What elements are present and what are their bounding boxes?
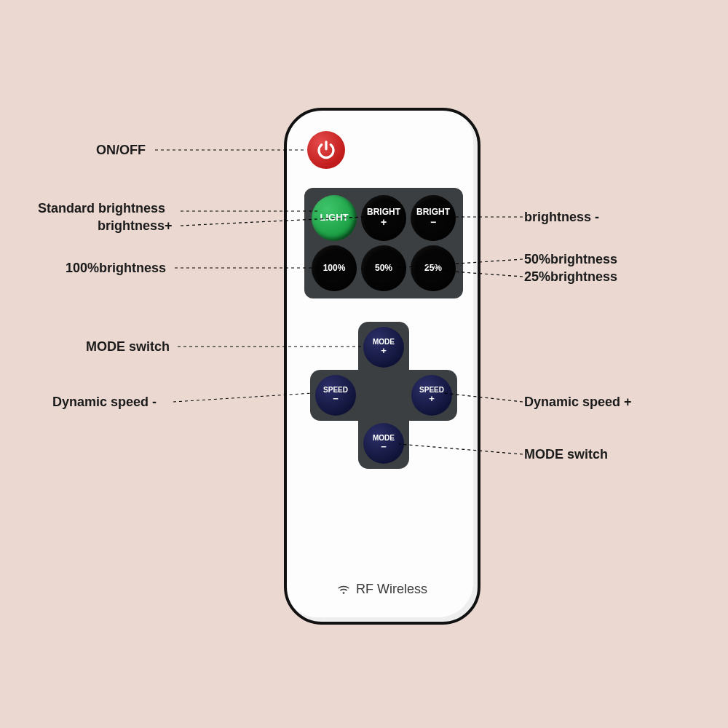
power-button[interactable]: [307, 131, 345, 169]
brightness-25-label: 25%: [424, 264, 442, 273]
speed-minus-button[interactable]: SPEED −: [315, 375, 356, 416]
svg-point-0: [343, 592, 345, 594]
rf-wireless-footer: RF Wireless: [287, 582, 478, 597]
brightness-25-button[interactable]: 25%: [411, 245, 456, 291]
rf-wireless-text: RF Wireless: [356, 582, 427, 597]
bright-minus-symbol: −: [430, 217, 436, 228]
label-brightness-plus: brightness+: [98, 218, 173, 234]
brightness-100-label: 100%: [323, 264, 346, 273]
label-onoff: ON/OFF: [96, 143, 146, 158]
label-100-brightness: 100%brightness: [66, 261, 166, 276]
mode-minus-symbol: −: [381, 442, 387, 452]
label-50-brightness: 50%brightness: [524, 252, 617, 267]
light-button-label: LIGHT: [320, 213, 349, 223]
wifi-icon: [337, 583, 350, 596]
mode-minus-button[interactable]: MODE −: [363, 423, 404, 464]
label-mode-switch-bottom: MODE switch: [524, 447, 608, 462]
brightness-50-label: 50%: [375, 264, 392, 273]
bright-minus-button[interactable]: BRIGHT −: [411, 195, 456, 241]
label-dynamic-speed-plus: Dynamic speed +: [524, 395, 632, 410]
brightness-100-button[interactable]: 100%: [312, 245, 357, 291]
brightness-pad: LIGHT BRIGHT + BRIGHT − 100% 50% 25%: [304, 188, 463, 298]
brightness-50-button[interactable]: 50%: [361, 245, 406, 291]
label-brightness-minus: brightness -: [524, 210, 599, 225]
bright-plus-button[interactable]: BRIGHT +: [361, 195, 406, 241]
speed-minus-symbol: −: [333, 394, 339, 404]
remote-control: LIGHT BRIGHT + BRIGHT − 100% 50% 25% MOD…: [284, 108, 480, 625]
speed-plus-symbol: +: [429, 394, 435, 404]
light-button[interactable]: LIGHT: [312, 195, 357, 241]
label-mode-switch-top: MODE switch: [86, 339, 170, 355]
power-icon: [315, 139, 337, 161]
mode-plus-symbol: +: [381, 346, 387, 356]
label-standard-brightness: Standard brightness: [38, 201, 165, 216]
label-25-brightness: 25%brightness: [524, 269, 617, 285]
speed-plus-button[interactable]: SPEED +: [411, 375, 452, 416]
dpad: MODE + MODE − SPEED − SPEED +: [310, 322, 457, 469]
bright-plus-symbol: +: [381, 217, 387, 228]
mode-plus-button[interactable]: MODE +: [363, 327, 404, 368]
label-dynamic-speed-minus: Dynamic speed -: [52, 395, 157, 410]
